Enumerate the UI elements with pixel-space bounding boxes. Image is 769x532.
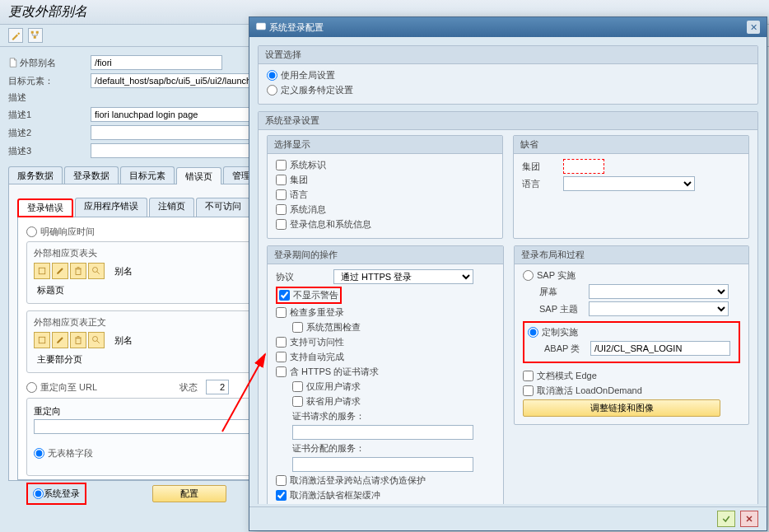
user-req-only-checkbox[interactable] [292,381,303,392]
no-warn-label: 不显示警告 [293,289,338,301]
accessibility-checkbox[interactable] [276,337,287,348]
protocol-select[interactable]: 通过 HTTPS 登录 [333,269,473,284]
cert-service-label: 证书请求的服务： [292,410,365,422]
settings-select-title: 设置选择 [259,46,757,64]
delete-icon[interactable] [70,263,86,279]
cancel-cross-site-label: 取消激活登录跨站点请求伪造保护 [290,474,426,487]
config-button[interactable]: 配置 [152,485,226,502]
user-req-only-label: 仅应用户请求 [306,380,361,393]
https-cert-label: 含 HTTPS 的证书请求 [290,366,379,378]
delete-icon-2[interactable] [70,332,86,348]
create-icon[interactable] [34,263,50,279]
custom-impl-radio[interactable] [528,327,538,338]
logon-info-checkbox[interactable] [276,219,287,230]
sub-tab-logon-error[interactable]: 登录错误 [17,198,73,217]
default-language-label: 语言 [522,178,563,190]
doc-mode-checkbox[interactable] [523,371,534,381]
status-input[interactable] [206,380,229,394]
defaults-title: 缺省 [514,136,748,154]
cancel-frame-buffer-checkbox[interactable] [276,490,287,501]
search-icon[interactable] [88,263,105,279]
tab-logon-data[interactable]: 登录数据 [64,166,119,184]
search-icon-2[interactable] [88,332,105,348]
close-icon[interactable]: ✕ [747,21,760,34]
explicit-resp-radio[interactable] [26,226,37,237]
use-global-radio[interactable] [267,70,277,81]
cert-dist-input[interactable] [292,457,473,472]
alias-label: 外部别名 [20,57,91,69]
system-msg-checkbox[interactable] [276,204,287,215]
system-scope-label: 系统范围检查 [306,321,361,334]
desc-label: 描述 [8,91,91,104]
default-client-input[interactable] [563,159,604,174]
system-logon-radio[interactable] [33,488,44,499]
no-table-field-label: 无表格字段 [48,447,93,460]
define-specific-radio[interactable] [267,85,277,96]
use-global-label: 使用全局设置 [281,69,335,82]
adjust-links-button[interactable]: 调整链接和图像 [523,399,720,417]
protocol-label: 协议 [276,271,333,283]
logon-settings-group: 系统登录设置 选择显示 系统标识 集团 语言 系统消息 登录信息和系统信息 [258,111,758,504]
sub-tab-app-error[interactable]: 应用程序错误 [75,198,147,217]
logon-ops-title: 登录期间的操作 [268,246,503,264]
https-cert-checkbox[interactable] [276,366,287,377]
edit-icon[interactable] [52,263,68,279]
system-id-checkbox[interactable] [276,160,287,170]
cancel-cross-site-checkbox[interactable] [276,475,287,486]
explicit-resp-label: 明确响应时间 [40,226,95,238]
screen-select[interactable] [589,284,729,299]
system-logon-label: 系统登录 [44,488,80,500]
sap-theme-label: SAP 主题 [539,303,589,315]
display-select-title: 选择显示 [268,136,502,154]
ok-button[interactable] [717,511,735,527]
cert-dist-label: 证书分配的服务： [292,442,365,455]
system-scope-checkbox[interactable] [292,322,303,333]
svg-rect-4 [76,269,81,275]
sub-tab-inaccessible[interactable]: 不可访问 [196,198,250,217]
dialog-footer [249,506,767,530]
edit-icon-2[interactable] [52,332,68,348]
abap-class-input[interactable] [590,341,730,356]
wand-icon[interactable] [8,28,23,43]
client-checkbox[interactable] [276,175,287,185]
custom-impl-label: 定制实施 [542,326,578,338]
desc3-label: 描述3 [8,145,91,157]
svg-rect-1 [36,31,39,34]
client-label: 集团 [290,174,308,186]
require-req-label: 获省用户请求 [306,395,361,408]
tab-error-page[interactable]: 错误页 [176,167,221,184]
settings-select-group: 设置选择 使用全局设置 定义服务特定设置 [258,45,758,105]
logon-settings-title: 系统登录设置 [259,112,757,130]
alias-input[interactable] [91,55,222,70]
tree-icon[interactable] [28,28,43,43]
svg-point-5 [93,268,98,273]
accessibility-label: 支持可访问性 [290,336,344,348]
tab-target-element[interactable]: 目标元素 [120,166,175,184]
check-multi-label: 检查多重登录 [290,306,344,319]
default-language-select[interactable] [563,176,695,191]
svg-rect-7 [76,338,81,344]
screen-label: 屏幕 [539,286,589,298]
redirect-url-radio[interactable] [26,382,37,393]
svg-rect-3 [39,268,45,274]
language-checkbox[interactable] [276,189,287,200]
no-table-field-radio[interactable] [34,448,44,459]
status-label: 状态 [179,381,198,394]
autocomplete-checkbox[interactable] [276,352,287,362]
dialog-titlebar: 系统登录配置 ✕ [249,17,767,37]
require-req-checkbox[interactable] [292,396,303,407]
tab-service-data[interactable]: 服务数据 [8,166,63,184]
default-client-label: 集团 [522,161,563,173]
check-multi-checkbox[interactable] [276,307,287,318]
doc-mode-label: 文档模式 Edge [537,370,597,382]
cert-service-input[interactable] [292,425,473,440]
abap-class-label: ABAP 类 [544,343,590,355]
sub-tab-logoff[interactable]: 注销页 [149,198,194,217]
sap-impl-radio[interactable] [523,270,534,281]
sap-theme-select[interactable] [589,301,729,316]
cancel-button[interactable] [740,511,758,527]
create-icon-2[interactable] [34,332,50,348]
no-warn-checkbox[interactable] [279,290,290,301]
cancel-load-checkbox[interactable] [523,385,534,396]
target-label: 目标元素： [8,75,91,87]
